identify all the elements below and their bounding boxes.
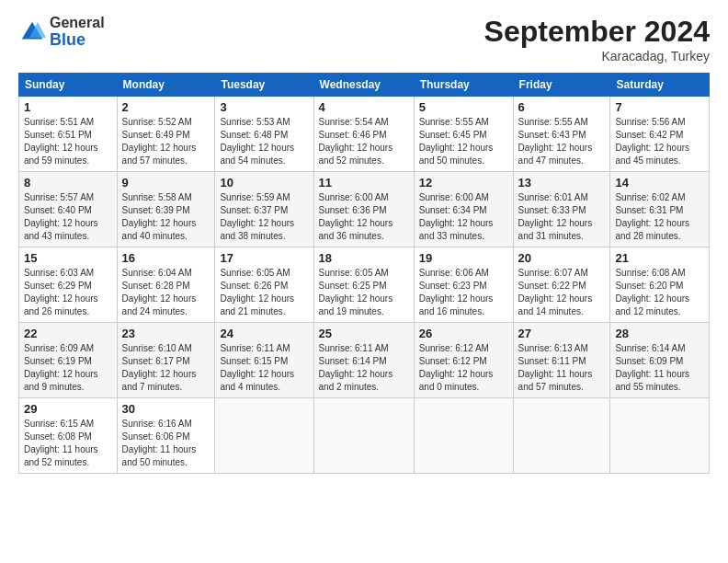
table-cell: [215, 398, 313, 474]
logo-icon: [18, 18, 46, 46]
col-monday: Monday: [117, 74, 215, 97]
table-cell: 25Sunrise: 6:11 AM Sunset: 6:14 PM Dayli…: [313, 323, 414, 398]
col-tuesday: Tuesday: [215, 74, 313, 97]
day-info: Sunrise: 6:12 AM Sunset: 6:12 PM Dayligh…: [419, 342, 508, 394]
table-cell: 20Sunrise: 6:07 AM Sunset: 6:22 PM Dayli…: [513, 247, 610, 323]
col-friday: Friday: [513, 74, 610, 97]
day-info: Sunrise: 6:11 AM Sunset: 6:15 PM Dayligh…: [220, 342, 308, 394]
day-info: Sunrise: 5:51 AM Sunset: 6:51 PM Dayligh…: [24, 116, 112, 167]
day-number: 21: [615, 251, 704, 265]
table-cell: 16Sunrise: 6:04 AM Sunset: 6:28 PM Dayli…: [117, 247, 215, 323]
day-number: 24: [220, 327, 308, 340]
day-number: 3: [220, 100, 308, 114]
day-info: Sunrise: 6:07 AM Sunset: 6:22 PM Dayligh…: [518, 267, 606, 318]
week-row-4: 22Sunrise: 6:09 AM Sunset: 6:19 PM Dayli…: [19, 323, 710, 398]
day-info: Sunrise: 6:10 AM Sunset: 6:17 PM Dayligh…: [122, 342, 210, 394]
day-info: Sunrise: 5:54 AM Sunset: 6:46 PM Dayligh…: [319, 116, 409, 167]
day-info: Sunrise: 5:55 AM Sunset: 6:43 PM Dayligh…: [518, 116, 606, 167]
table-cell: [414, 398, 513, 474]
table-cell: [513, 398, 610, 474]
day-number: 4: [319, 100, 409, 114]
day-info: Sunrise: 6:05 AM Sunset: 6:25 PM Dayligh…: [319, 267, 409, 318]
table-cell: 1Sunrise: 5:51 AM Sunset: 6:51 PM Daylig…: [19, 97, 118, 172]
day-number: 23: [122, 327, 210, 340]
day-number: 5: [419, 100, 508, 114]
day-number: 27: [518, 327, 606, 340]
day-info: Sunrise: 5:57 AM Sunset: 6:40 PM Dayligh…: [24, 191, 112, 243]
table-cell: 14Sunrise: 6:02 AM Sunset: 6:31 PM Dayli…: [610, 172, 710, 247]
day-info: Sunrise: 6:08 AM Sunset: 6:20 PM Dayligh…: [615, 267, 704, 318]
table-cell: 15Sunrise: 6:03 AM Sunset: 6:29 PM Dayli…: [19, 247, 118, 323]
day-number: 17: [220, 251, 308, 265]
day-number: 15: [24, 251, 112, 265]
logo: General Blue: [18, 15, 105, 49]
week-row-2: 8Sunrise: 5:57 AM Sunset: 6:40 PM Daylig…: [19, 172, 710, 247]
day-number: 19: [419, 251, 508, 265]
day-number: 1: [24, 100, 112, 114]
table-cell: 23Sunrise: 6:10 AM Sunset: 6:17 PM Dayli…: [117, 323, 215, 398]
day-number: 12: [419, 176, 508, 190]
day-number: 26: [419, 327, 508, 340]
table-cell: 29Sunrise: 6:15 AM Sunset: 6:08 PM Dayli…: [19, 398, 118, 474]
table-cell: 9Sunrise: 5:58 AM Sunset: 6:39 PM Daylig…: [117, 172, 215, 247]
table-cell: 10Sunrise: 5:59 AM Sunset: 6:37 PM Dayli…: [215, 172, 313, 247]
day-info: Sunrise: 6:11 AM Sunset: 6:14 PM Dayligh…: [319, 342, 409, 394]
day-number: 6: [518, 100, 606, 114]
day-number: 7: [615, 100, 704, 114]
table-cell: 19Sunrise: 6:06 AM Sunset: 6:23 PM Dayli…: [414, 247, 513, 323]
table-cell: 17Sunrise: 6:05 AM Sunset: 6:26 PM Dayli…: [215, 247, 313, 323]
day-number: 29: [24, 402, 112, 416]
header: General Blue September 2024 Karacadag, T…: [18, 15, 710, 63]
day-info: Sunrise: 5:58 AM Sunset: 6:39 PM Dayligh…: [122, 191, 210, 243]
table-cell: 12Sunrise: 6:00 AM Sunset: 6:34 PM Dayli…: [414, 172, 513, 247]
table-cell: 21Sunrise: 6:08 AM Sunset: 6:20 PM Dayli…: [610, 247, 710, 323]
day-info: Sunrise: 6:03 AM Sunset: 6:29 PM Dayligh…: [24, 267, 112, 318]
day-number: 25: [319, 327, 409, 340]
day-number: 13: [518, 176, 606, 190]
table-cell: 27Sunrise: 6:13 AM Sunset: 6:11 PM Dayli…: [513, 323, 610, 398]
table-cell: 5Sunrise: 5:55 AM Sunset: 6:45 PM Daylig…: [414, 97, 513, 172]
day-info: Sunrise: 6:15 AM Sunset: 6:08 PM Dayligh…: [24, 418, 112, 469]
table-cell: 26Sunrise: 6:12 AM Sunset: 6:12 PM Dayli…: [414, 323, 513, 398]
table-cell: 3Sunrise: 5:53 AM Sunset: 6:48 PM Daylig…: [215, 97, 313, 172]
logo-blue: Blue: [50, 31, 105, 50]
week-row-5: 29Sunrise: 6:15 AM Sunset: 6:08 PM Dayli…: [19, 398, 710, 474]
day-info: Sunrise: 5:53 AM Sunset: 6:48 PM Dayligh…: [220, 116, 308, 167]
table-cell: 2Sunrise: 5:52 AM Sunset: 6:49 PM Daylig…: [117, 97, 215, 172]
table-cell: [313, 398, 414, 474]
col-thursday: Thursday: [414, 74, 513, 97]
table-cell: [610, 398, 710, 474]
table-cell: 13Sunrise: 6:01 AM Sunset: 6:33 PM Dayli…: [513, 172, 610, 247]
day-info: Sunrise: 6:02 AM Sunset: 6:31 PM Dayligh…: [615, 191, 704, 243]
table-cell: 7Sunrise: 5:56 AM Sunset: 6:42 PM Daylig…: [610, 97, 710, 172]
day-number: 28: [615, 327, 704, 340]
logo-text: General Blue: [50, 15, 105, 49]
calendar-table: Sunday Monday Tuesday Wednesday Thursday…: [18, 73, 710, 474]
day-number: 10: [220, 176, 308, 190]
day-number: 14: [615, 176, 704, 190]
day-info: Sunrise: 6:13 AM Sunset: 6:11 PM Dayligh…: [518, 342, 606, 394]
table-cell: 18Sunrise: 6:05 AM Sunset: 6:25 PM Dayli…: [313, 247, 414, 323]
day-info: Sunrise: 5:52 AM Sunset: 6:49 PM Dayligh…: [122, 116, 210, 167]
week-row-1: 1Sunrise: 5:51 AM Sunset: 6:51 PM Daylig…: [19, 97, 710, 172]
day-number: 8: [24, 176, 112, 190]
day-info: Sunrise: 5:56 AM Sunset: 6:42 PM Dayligh…: [615, 116, 704, 167]
col-wednesday: Wednesday: [313, 74, 414, 97]
logo-general: General: [50, 15, 105, 31]
table-cell: 24Sunrise: 6:11 AM Sunset: 6:15 PM Dayli…: [215, 323, 313, 398]
day-info: Sunrise: 6:01 AM Sunset: 6:33 PM Dayligh…: [518, 191, 606, 243]
day-info: Sunrise: 6:00 AM Sunset: 6:34 PM Dayligh…: [419, 191, 508, 243]
day-number: 18: [319, 251, 409, 265]
day-info: Sunrise: 6:04 AM Sunset: 6:28 PM Dayligh…: [122, 267, 210, 318]
day-number: 22: [24, 327, 112, 340]
day-number: 20: [518, 251, 606, 265]
table-cell: 28Sunrise: 6:14 AM Sunset: 6:09 PM Dayli…: [610, 323, 710, 398]
day-info: Sunrise: 6:14 AM Sunset: 6:09 PM Dayligh…: [615, 342, 704, 394]
day-number: 30: [122, 402, 210, 416]
day-number: 9: [122, 176, 210, 190]
page: General Blue September 2024 Karacadag, T…: [0, 0, 728, 488]
day-number: 16: [122, 251, 210, 265]
title-block: September 2024 Karacadag, Turkey: [484, 15, 710, 63]
table-cell: 22Sunrise: 6:09 AM Sunset: 6:19 PM Dayli…: [19, 323, 118, 398]
table-cell: 6Sunrise: 5:55 AM Sunset: 6:43 PM Daylig…: [513, 97, 610, 172]
